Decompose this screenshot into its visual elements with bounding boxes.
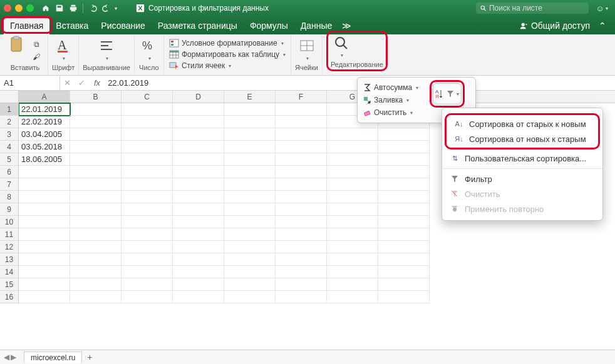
row-header-3[interactable]: 3	[0, 128, 18, 141]
cell-B10[interactable]	[70, 216, 121, 228]
cell-B12[interactable]	[70, 241, 121, 253]
row-header-12[interactable]: 12	[0, 241, 18, 253]
cell-G16[interactable]	[327, 291, 378, 303]
format-painter-icon[interactable]: 🖌	[30, 51, 43, 63]
cell-C7[interactable]	[121, 178, 173, 191]
cell-D9[interactable]	[173, 203, 224, 216]
cell-A3[interactable]: 03.04.2005	[19, 128, 70, 141]
cell-H14[interactable]	[378, 266, 430, 278]
row-header-1[interactable]: 1	[0, 103, 18, 116]
cell-G14[interactable]	[327, 266, 378, 278]
col-header-D[interactable]: D	[173, 91, 224, 103]
cell-E6[interactable]	[224, 166, 276, 178]
cell-E11[interactable]	[224, 228, 276, 241]
cell-A4[interactable]: 03.05.2018	[19, 141, 70, 153]
cell-E4[interactable]	[224, 141, 276, 153]
cell-B14[interactable]	[70, 266, 121, 278]
cell-B4[interactable]	[70, 141, 121, 153]
cells-button[interactable]: ▾	[296, 36, 318, 63]
cell-E16[interactable]	[224, 291, 276, 303]
tab-data[interactable]: Данные	[294, 18, 339, 34]
cell-E9[interactable]	[224, 203, 276, 216]
cell-B5[interactable]	[70, 153, 121, 166]
col-headers[interactable]: ABCDEFGH	[19, 91, 615, 103]
cell-H15[interactable]	[378, 278, 430, 291]
cell-A14[interactable]	[19, 266, 70, 278]
cell-B6[interactable]	[70, 166, 121, 178]
tab-home[interactable]: Главная	[4, 18, 49, 34]
cell-B16[interactable]	[70, 291, 121, 303]
cell-F15[interactable]	[276, 278, 327, 291]
cell-C14[interactable]	[121, 266, 173, 278]
cell-F8[interactable]	[276, 191, 327, 203]
cell-A7[interactable]	[19, 178, 70, 191]
row-header-10[interactable]: 10	[0, 216, 18, 228]
cell-B15[interactable]	[70, 278, 121, 291]
cell-E7[interactable]	[224, 178, 276, 191]
cell-B11[interactable]	[70, 228, 121, 241]
cell-B8[interactable]	[70, 191, 121, 203]
row-header-11[interactable]: 11	[0, 228, 18, 241]
row-header-9[interactable]: 9	[0, 203, 18, 216]
col-header-F[interactable]: F	[276, 91, 327, 103]
cell-F10[interactable]	[276, 216, 327, 228]
menu-sort-ascending[interactable]: А↓ Сортировка от старых к новым	[447, 116, 598, 131]
name-box[interactable]: A1	[0, 76, 60, 90]
tab-insert[interactable]: Вставка	[49, 18, 95, 34]
cell-B3[interactable]	[70, 128, 121, 141]
cell-C15[interactable]	[121, 278, 173, 291]
font-button[interactable]: A ▾	[53, 36, 74, 63]
cell-A11[interactable]	[19, 228, 70, 241]
cell-G10[interactable]	[327, 216, 378, 228]
row-header-14[interactable]: 14	[0, 266, 18, 278]
cell-H4[interactable]	[378, 141, 430, 153]
col-header-A[interactable]: A	[19, 91, 70, 103]
search-input[interactable]	[489, 4, 585, 13]
cell-C1[interactable]	[121, 103, 173, 116]
col-header-E[interactable]: E	[224, 91, 276, 103]
cell-D7[interactable]	[173, 178, 224, 191]
cell-D10[interactable]	[173, 216, 224, 228]
cell-A1[interactable]: 22.01.2019	[19, 103, 70, 116]
cell-A2[interactable]: 22.02.2019	[19, 116, 70, 128]
tab-layout[interactable]: Разметка страницы	[152, 18, 244, 34]
qa-save-icon[interactable]	[53, 2, 66, 14]
cell-E3[interactable]	[224, 128, 276, 141]
cell-C12[interactable]	[121, 241, 173, 253]
qa-redo-icon[interactable]	[100, 2, 113, 14]
menu-filter[interactable]: Фильтр	[442, 171, 602, 186]
cell-D12[interactable]	[173, 241, 224, 253]
maximize-window-icon[interactable]	[26, 4, 34, 12]
col-header-C[interactable]: C	[121, 91, 173, 103]
cell-C16[interactable]	[121, 291, 173, 303]
cell-A8[interactable]	[19, 191, 70, 203]
row-headers[interactable]: 12345678910111213141516	[0, 103, 19, 303]
cell-E15[interactable]	[224, 278, 276, 291]
cell-A6[interactable]	[19, 166, 70, 178]
cell-C11[interactable]	[121, 228, 173, 241]
qa-print-icon[interactable]	[66, 2, 80, 14]
tab-draw[interactable]: Рисование	[95, 18, 152, 34]
row-header-7[interactable]: 7	[0, 178, 18, 191]
cell-C13[interactable]	[121, 253, 173, 266]
cell-F9[interactable]	[276, 203, 327, 216]
qa-home-icon[interactable]	[39, 2, 53, 14]
cell-C4[interactable]	[121, 141, 173, 153]
select-all-corner[interactable]	[0, 91, 19, 103]
editing-button[interactable]: ▾	[331, 34, 352, 59]
cell-H5[interactable]	[378, 153, 430, 166]
cell-C8[interactable]	[121, 191, 173, 203]
cell-F5[interactable]	[276, 153, 327, 166]
cell-D15[interactable]	[173, 278, 224, 291]
cell-H13[interactable]	[378, 253, 430, 266]
cell-C3[interactable]	[121, 128, 173, 141]
row-header-2[interactable]: 2	[0, 116, 18, 128]
cell-G6[interactable]	[327, 166, 378, 178]
cell-E10[interactable]	[224, 216, 276, 228]
tab-formulas[interactable]: Формулы	[244, 18, 294, 34]
cell-F16[interactable]	[276, 291, 327, 303]
cell-F6[interactable]	[276, 166, 327, 178]
cell-E5[interactable]	[224, 153, 276, 166]
cell-H11[interactable]	[378, 228, 430, 241]
cell-H9[interactable]	[378, 203, 430, 216]
